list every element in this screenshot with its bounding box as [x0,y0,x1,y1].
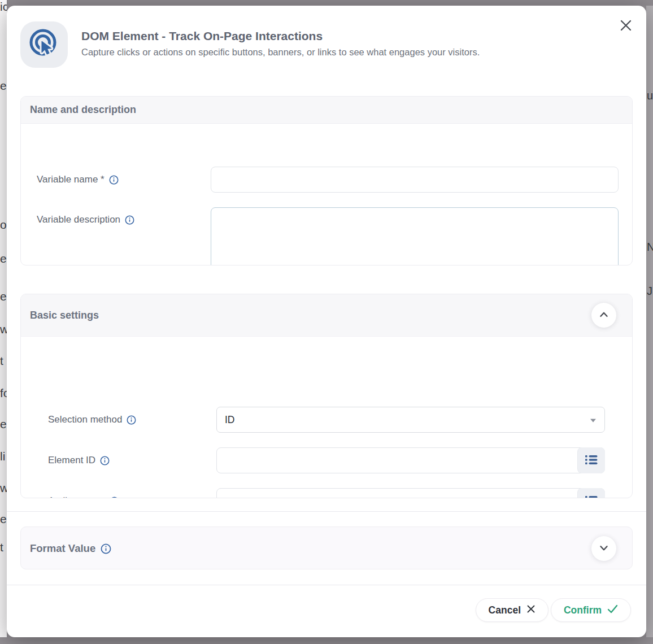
chevron-down-icon [598,542,610,556]
section-name-description: Name and description Variable name * Var… [20,96,633,266]
cancel-label: Cancel [489,604,521,616]
bg-text-fragment: u [647,89,653,102]
selected-value: ID [225,414,235,426]
info-icon[interactable] [110,497,119,499]
screen: ic eri ot e es w t fo e li w e t u N J [0,0,653,644]
attribute-name-label: Attribte name [48,488,119,498]
section-format-value: Format Value [20,526,633,569]
bg-text-fragment: t [0,541,3,554]
selection-method-select[interactable]: ID [216,407,605,433]
element-id-label: Element ID [48,447,110,473]
attribute-name-input[interactable] [216,488,605,498]
attribute-name-variable-list-button[interactable] [578,488,605,498]
confirm-check-icon [607,604,618,616]
bg-text-fragment: w [0,481,7,495]
caret-down-icon [590,414,597,426]
backdrop-top [5,0,653,6]
section-title: Name and description [30,104,136,116]
label-text: Element ID [48,455,95,466]
dom-element-dialog: DOM Element - Track On-Page Interactions… [7,6,646,637]
label-text: Attribte name [48,495,105,498]
bg-text-fragment: es [0,290,7,303]
variable-name-label: Variable name * [37,167,119,193]
bg-text-fragment: eri [0,79,7,93]
cancel-button[interactable]: Cancel [476,598,548,622]
bg-text-fragment: e [0,252,7,266]
bg-text-fragment: fo [0,386,7,400]
section-basic-settings: Basic settings Selection method ID [20,294,633,498]
click-target-icon [28,27,60,62]
selection-method-label: Selection method [48,407,136,433]
bg-text-fragment: e [0,417,7,431]
section-name-description-header: Name and description [21,97,632,124]
bg-text-fragment: N [647,241,653,254]
info-icon[interactable] [101,543,111,554]
dom-element-icon-tile [20,21,68,68]
format-value-label: Format Value [30,527,111,570]
bg-text-fragment: w [0,323,7,336]
info-icon[interactable] [109,175,119,185]
variable-description-wrap [211,207,619,266]
label-text: Variable description [37,214,120,225]
element-id-input-wrap [216,447,605,473]
bg-text-fragment: e [0,512,7,526]
section-title: Basic settings [30,310,99,321]
attribute-name-input-wrap [216,488,605,498]
variable-description-textarea[interactable] [211,207,619,266]
list-icon [585,454,598,467]
bg-text-fragment: J [647,285,652,298]
element-id-input[interactable] [216,447,605,473]
close-icon [619,18,633,34]
bg-text-fragment: ic [0,0,7,14]
info-icon[interactable] [100,456,110,465]
backdrop-left: ic eri ot e es w t fo e li w e t [0,0,7,637]
info-icon[interactable] [125,215,134,225]
close-button[interactable] [617,17,635,35]
dialog-subtitle: Capture clicks or actions on specific bu… [81,47,480,58]
divider [7,511,646,512]
label-text: Variable name * [37,174,105,185]
cancel-x-icon [526,604,536,616]
element-id-variable-list-button[interactable] [578,447,605,473]
variable-name-input[interactable] [211,167,619,193]
dialog-title: DOM Element - Track On-Page Interactions [81,29,323,43]
divider [7,585,646,585]
bg-text-fragment: ot [0,218,7,232]
backdrop-right: u N J [646,6,653,637]
collapse-basic-settings-button[interactable] [591,303,616,328]
info-icon[interactable] [127,415,136,425]
confirm-label: Confirm [564,604,602,616]
bg-text-fragment: li [0,450,5,463]
confirm-button[interactable]: Confirm [551,598,631,622]
expand-format-value-button[interactable] [591,536,616,561]
list-icon [585,495,598,499]
variable-description-label: Variable description [37,210,134,230]
section-basic-settings-header: Basic settings [21,294,632,337]
bg-text-fragment: t [0,354,3,368]
chevron-up-icon [598,308,610,323]
section-title: Format Value [30,542,95,555]
label-text: Selection method [48,414,122,425]
